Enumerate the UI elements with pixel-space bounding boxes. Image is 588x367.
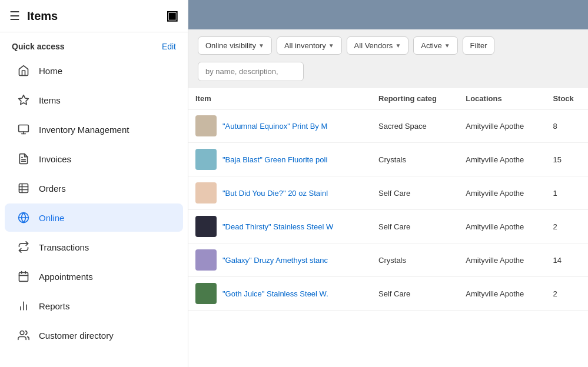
item-thumbnail [195, 149, 217, 170]
table-cell-item: "But Did You Die?" 20 oz Stainl [188, 176, 371, 210]
table-cell-location: Amityville Apothe [459, 243, 546, 277]
transactions-icon [16, 240, 31, 254]
sidebar-item-items[interactable]: Items [5, 86, 183, 114]
item-thumbnail [195, 283, 217, 304]
online-visibility-filter[interactable]: Online visibility ▼ [198, 36, 272, 55]
table-cell-item: "Goth Juice" Stainless Steel W. [188, 277, 371, 311]
item-name-link[interactable]: "Dead Thirsty" Stainless Steel W [222, 222, 333, 231]
inventory-table: Item Reporting categ Locations Stock "Au… [188, 88, 588, 311]
logo-icon: ▣ [166, 8, 178, 24]
filter-bar: Online visibility ▼ All inventory ▼ All … [188, 29, 588, 62]
svg-point-16 [20, 331, 24, 335]
appointments-icon [16, 269, 31, 283]
sidebar-item-online[interactable]: Online [5, 203, 183, 232]
quick-access-label: Quick access [12, 42, 65, 51]
quick-access-header: Quick access Edit [0, 32, 188, 56]
table-cell-location: Amityville Apothe [459, 176, 546, 210]
search-bar [188, 62, 588, 88]
table-row: "But Did You Die?" 20 oz Stainl Self Car… [188, 176, 588, 210]
sidebar-item-home-label: Home [39, 66, 62, 76]
chevron-down-icon: ▼ [444, 42, 450, 49]
sidebar-item-inventory-label: Inventory Management [39, 125, 129, 135]
table-cell-stock: 14 [546, 243, 588, 277]
item-name-link[interactable]: "Galaxy" Druzy Amethyst stanc [222, 256, 328, 265]
sidebar-item-items-label: Items [39, 95, 61, 105]
chevron-down-icon: ▼ [328, 42, 334, 49]
sidebar-item-orders-label: Orders [39, 184, 66, 193]
column-header-reporting-categ: Reporting categ [371, 88, 459, 109]
all-vendors-filter[interactable]: All Vendors ▼ [347, 36, 409, 55]
item-cell: "Galaxy" Druzy Amethyst stanc [195, 249, 364, 271]
table-cell-stock: 15 [546, 143, 588, 176]
item-name-link[interactable]: "Goth Juice" Stainless Steel W. [222, 289, 328, 298]
item-cell: "Autumnal Equinox" Print By M [195, 115, 364, 136]
online-icon [16, 211, 31, 225]
table-cell-item: "Autumnal Equinox" Print By M [188, 109, 371, 143]
table-cell-location: Amityville Apothe [459, 143, 546, 176]
sidebar-item-reports-label: Reports [39, 301, 70, 311]
chevron-down-icon: ▼ [258, 42, 264, 49]
table-cell-stock: 1 [546, 176, 588, 210]
item-cell: "Dead Thirsty" Stainless Steel W [195, 216, 364, 237]
table-row: "Baja Blast" Green Fluorite poli Crystal… [188, 143, 588, 176]
item-thumbnail [195, 249, 217, 271]
sidebar-item-appointments-label: Appointments [39, 272, 93, 282]
sidebar-item-reports[interactable]: Reports [5, 292, 183, 320]
all-inventory-filter[interactable]: All inventory ▼ [277, 36, 342, 55]
column-header-stock: Stock [546, 88, 588, 109]
table-row: "Autumnal Equinox" Print By M Sacred Spa… [188, 109, 588, 143]
item-thumbnail [195, 182, 217, 203]
sidebar-item-transactions[interactable]: Transactions [5, 233, 183, 261]
items-icon [16, 93, 31, 107]
sidebar-item-appointments[interactable]: Appointments [5, 262, 183, 291]
table-row: "Dead Thirsty" Stainless Steel W Self Ca… [188, 210, 588, 243]
main-content: Online visibility ▼ All inventory ▼ All … [188, 0, 588, 367]
sidebar-item-invoices[interactable]: Invoices [5, 145, 183, 173]
search-input[interactable] [198, 62, 304, 81]
column-header-locations: Locations [459, 88, 546, 109]
item-cell: "But Did You Die?" 20 oz Stainl [195, 182, 364, 203]
svg-rect-1 [19, 125, 29, 132]
sidebar-item-invoices-label: Invoices [39, 154, 71, 164]
invoices-icon [16, 152, 31, 166]
customer-directory-icon [16, 328, 31, 342]
svg-marker-0 [19, 95, 29, 105]
sidebar-title: Items [27, 9, 58, 23]
sidebar-item-online-label: Online [39, 213, 64, 223]
home-icon [16, 64, 31, 78]
table-row: "Goth Juice" Stainless Steel W. Self Car… [188, 277, 588, 311]
sidebar: ☰ Items ▣ Quick access Edit Home Items I… [0, 0, 188, 367]
table-cell-category: Self Care [371, 277, 459, 311]
item-name-link[interactable]: "But Did You Die?" 20 oz Stainl [222, 189, 328, 198]
table-header-row: Item Reporting categ Locations Stock [188, 88, 588, 109]
item-thumbnail [195, 115, 217, 136]
menu-icon[interactable]: ☰ [9, 9, 20, 23]
inventory-table-container: Item Reporting categ Locations Stock "Au… [188, 88, 588, 367]
chevron-down-icon: ▼ [395, 42, 401, 49]
item-thumbnail [195, 216, 217, 237]
table-cell-stock: 8 [546, 109, 588, 143]
sidebar-item-home[interactable]: Home [5, 56, 183, 85]
filter-button[interactable]: Filter [463, 36, 495, 55]
table-cell-category: Crystals [371, 243, 459, 277]
sidebar-item-customer-directory-label: Customer directory [39, 331, 114, 341]
item-name-link[interactable]: "Baja Blast" Green Fluorite poli [222, 155, 327, 164]
sidebar-item-customer-directory[interactable]: Customer directory [5, 321, 183, 349]
table-cell-location: Amityville Apothe [459, 210, 546, 243]
sidebar-item-inventory[interactable]: Inventory Management [5, 115, 183, 144]
column-header-item: Item [188, 88, 371, 109]
svg-rect-6 [19, 184, 28, 193]
active-filter[interactable]: Active ▼ [413, 36, 457, 55]
main-banner [188, 0, 588, 29]
table-row: "Galaxy" Druzy Amethyst stanc CrystalsAm… [188, 243, 588, 277]
item-name-link[interactable]: "Autumnal Equinox" Print By M [222, 122, 327, 131]
table-cell-item: "Galaxy" Druzy Amethyst stanc [188, 243, 371, 277]
table-cell-category: Crystals [371, 143, 459, 176]
table-cell-item: "Baja Blast" Green Fluorite poli [188, 143, 371, 176]
reports-icon [16, 299, 31, 313]
table-cell-stock: 2 [546, 277, 588, 311]
sidebar-item-orders[interactable]: Orders [5, 174, 183, 202]
edit-link[interactable]: Edit [162, 42, 176, 51]
table-cell-item: "Dead Thirsty" Stainless Steel W [188, 210, 371, 243]
table-cell-location: Amityville Apothe [459, 277, 546, 311]
